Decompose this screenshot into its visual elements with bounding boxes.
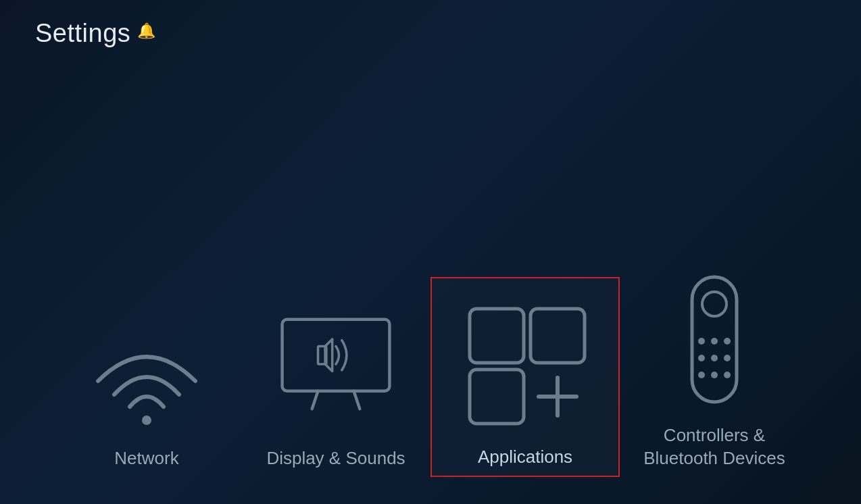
svg-line-3 xyxy=(353,391,360,409)
settings-item-controllers[interactable]: Controllers & Bluetooth Devices xyxy=(620,257,809,477)
svg-point-16 xyxy=(698,355,705,361)
settings-item-applications[interactable]: Applications xyxy=(430,277,620,477)
svg-point-15 xyxy=(724,338,731,345)
svg-point-19 xyxy=(698,372,705,378)
controllers-icon xyxy=(647,270,782,412)
svg-point-0 xyxy=(142,415,151,425)
svg-line-2 xyxy=(312,391,318,409)
svg-point-18 xyxy=(724,355,731,361)
svg-point-20 xyxy=(711,372,718,378)
svg-rect-1 xyxy=(282,320,390,391)
svg-rect-6 xyxy=(470,309,524,363)
network-label: Network xyxy=(114,447,178,470)
settings-item-display-sounds[interactable]: Display & Sounds xyxy=(241,280,430,477)
svg-point-13 xyxy=(698,338,705,345)
applications-label: Applications xyxy=(478,446,572,469)
notification-bell-icon: 🔔 xyxy=(137,22,156,40)
applications-icon xyxy=(458,292,593,434)
settings-item-network[interactable]: Network xyxy=(52,313,241,477)
svg-rect-8 xyxy=(470,370,524,424)
page-title: Settings 🔔 xyxy=(35,19,156,48)
display-sounds-icon xyxy=(268,293,403,435)
svg-point-14 xyxy=(711,338,718,345)
controllers-label: Controllers & Bluetooth Devices xyxy=(626,424,802,470)
display-sounds-label: Display & Sounds xyxy=(266,447,405,470)
svg-rect-7 xyxy=(531,309,585,363)
svg-point-12 xyxy=(702,292,727,316)
svg-point-21 xyxy=(724,372,731,378)
network-icon xyxy=(86,327,207,435)
settings-items-container: Network Display & Sounds xyxy=(0,257,861,477)
svg-point-17 xyxy=(711,355,718,361)
settings-title-text: Settings xyxy=(35,19,130,48)
